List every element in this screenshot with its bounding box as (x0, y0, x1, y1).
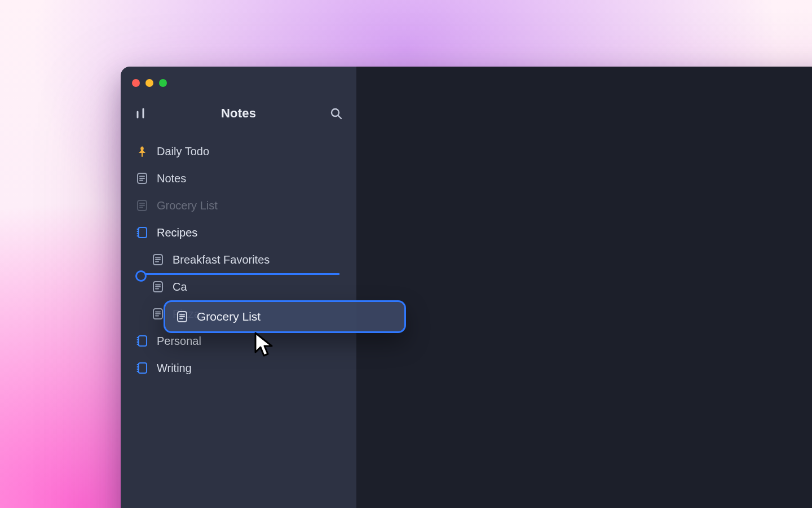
notebook-icon (135, 226, 149, 239)
sidebar: Notes Daily TodoNotesGrocery ListRecipes… (121, 67, 356, 508)
sidebar-item-label: Breakfast Favorites (173, 253, 270, 266)
sidebar-item-ca[interactable]: Ca (121, 273, 356, 300)
sidebar-title: Notes (221, 106, 256, 121)
drag-preview: Grocery List (164, 300, 406, 333)
sidebar-item-label: Recipes (157, 226, 197, 239)
notebook-icon (135, 362, 149, 374)
svg-rect-8 (139, 363, 147, 373)
sidebar-item-breakfast-favorites[interactable]: Breakfast Favorites (121, 246, 356, 273)
sidebar-item-grocery-list[interactable]: Grocery List (121, 192, 356, 219)
app-window: Notes Daily TodoNotesGrocery ListRecipes… (121, 67, 812, 508)
note-icon (135, 199, 149, 212)
note-icon (175, 310, 189, 323)
zoom-window-button[interactable] (159, 79, 167, 87)
editor-pane[interactable] (356, 67, 812, 508)
sidebar-header: Notes (121, 89, 356, 135)
note-icon (151, 308, 165, 320)
cursor-icon (254, 332, 277, 361)
sidebar-item-writing[interactable]: Writing (121, 354, 356, 382)
sidebar-item-daily-todo[interactable]: Daily Todo (121, 138, 356, 165)
sidebar-item-label: Writing (157, 362, 192, 375)
note-icon (151, 281, 165, 293)
sidebar-item-label: Grocery List (157, 199, 218, 212)
drag-preview-label: Grocery List (197, 310, 261, 323)
sidebar-item-notes[interactable]: Notes (121, 165, 356, 192)
sidebar-item-recipes[interactable]: Recipes (121, 219, 356, 246)
svg-rect-3 (139, 227, 147, 238)
sidebar-item-label: Ca (173, 281, 187, 294)
sidebar-item-label: Personal (157, 335, 201, 348)
notebook-icon (135, 335, 149, 347)
sidebar-item-label: Notes (157, 172, 186, 185)
lines-icon[interactable] (135, 107, 148, 120)
pin-icon (135, 145, 149, 157)
window-controls (121, 77, 356, 89)
note-icon (135, 172, 149, 185)
note-icon (151, 253, 165, 266)
sidebar-item-label: Daily Todo (157, 145, 209, 158)
close-window-button[interactable] (132, 79, 140, 87)
svg-rect-7 (139, 336, 147, 346)
minimize-window-button[interactable] (145, 79, 153, 87)
search-icon[interactable] (329, 107, 343, 120)
sidebar-list: Daily TodoNotesGrocery ListRecipesBreakf… (121, 135, 356, 382)
